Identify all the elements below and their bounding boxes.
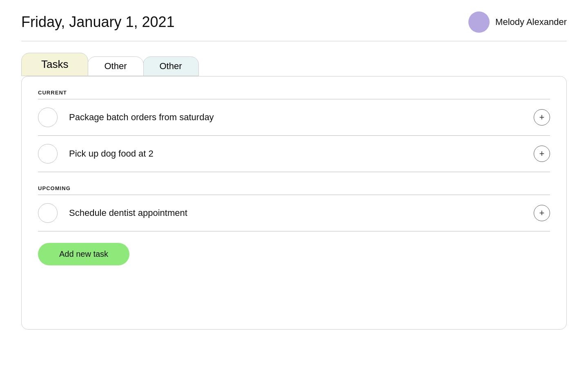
add-new-task-button[interactable]: Add new task (38, 243, 129, 265)
task-add-btn-3[interactable]: + (534, 205, 550, 221)
user-profile[interactable]: Melody Alexander (468, 11, 567, 33)
task-item-3: Schedule dentist appointment + (38, 195, 550, 231)
task-checkbox-3[interactable] (38, 203, 58, 223)
section-current: CURRENT Package batch orders from saturd… (38, 90, 550, 172)
tab-tasks[interactable]: Tasks (21, 53, 88, 76)
tab-other2[interactable]: Other (143, 56, 199, 76)
tabs-container: Tasks Other Other (0, 41, 588, 76)
task-item-2: Pick up dog food at 2 + (38, 136, 550, 172)
task-item-1: Package batch orders from saturday + (38, 99, 550, 136)
section-upcoming: UPCOMING Schedule dentist appointment + (38, 185, 550, 231)
task-add-btn-2[interactable]: + (534, 146, 550, 162)
task-text-3: Schedule dentist appointment (69, 208, 534, 218)
section-current-label: CURRENT (38, 90, 550, 96)
header-date: Friday, January 1, 2021 (21, 13, 175, 31)
user-name: Melody Alexander (495, 17, 567, 27)
task-add-btn-1[interactable]: + (534, 109, 550, 126)
header: Friday, January 1, 2021 Melody Alexander (0, 0, 588, 41)
task-text-2: Pick up dog food at 2 (69, 148, 534, 159)
tab-other1[interactable]: Other (87, 56, 143, 76)
avatar (468, 11, 490, 33)
section-upcoming-label: UPCOMING (38, 185, 550, 191)
task-checkbox-1[interactable] (38, 108, 58, 127)
task-text-1: Package batch orders from saturday (69, 112, 534, 123)
task-checkbox-2[interactable] (38, 144, 58, 164)
main-panel: CURRENT Package batch orders from saturd… (21, 76, 567, 330)
